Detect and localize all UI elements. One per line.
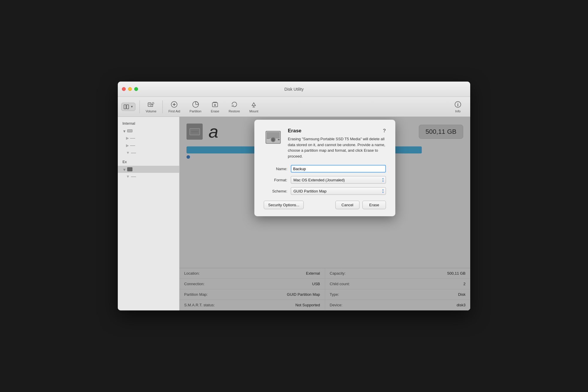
volume-button[interactable]: Volume [141,99,161,114]
close-button[interactable] [122,87,126,91]
erase-button[interactable]: Erase [362,201,386,209]
svg-rect-1 [127,105,129,109]
info-button[interactable]: Info [449,99,467,114]
format-row: Format: Mac OS Extended (Journaled) Mac … [264,176,386,184]
erase-toolbar-label: Erase [211,109,219,113]
toolbar-divider-1 [140,100,140,113]
toolbar: ▼ Volume First Aid [118,97,470,117]
name-label: Name: [264,167,287,171]
format-select-wrapper: Mac OS Extended (Journaled) Mac OS Exten… [291,176,386,184]
content-area: a 500,11 GB Location: External C [179,117,470,310]
erase-dialog: Erase ? Erasing "Samsung Portable SSD T5… [254,120,395,216]
format-select[interactable]: Mac OS Extended (Journaled) Mac OS Exten… [291,176,386,184]
restore-button[interactable]: Restore [224,99,245,114]
svg-rect-19 [127,130,132,132]
partition-icon [191,100,200,109]
view-icon [123,104,129,110]
disk-icon-0 [127,129,132,133]
title-bar: Disk Utility [118,82,470,97]
erase-icon [211,100,219,109]
main-content: Internal ▼ ▶ ── ▶ ── ▼ ── [118,117,470,310]
first-aid-button[interactable]: First Aid [164,99,185,114]
chevron-icon-0: ▼ [122,129,126,133]
scheme-select[interactable]: GUID Partition Map Master Boot Record Ap… [291,187,386,195]
name-input[interactable] [291,165,386,173]
external-disk-bar [127,167,132,171]
scheme-select-wrapper: GUID Partition Map Master Boot Record Ap… [291,187,386,195]
volume-icon [147,100,155,109]
window-title: Disk Utility [284,87,303,92]
modal-title: Erase ? [288,128,386,134]
modal-title-text: Erase [288,128,301,134]
format-label: Format: [264,178,287,182]
view-button[interactable]: ▼ [121,103,135,111]
svg-point-5 [152,102,154,104]
help-button[interactable]: ? [383,128,386,134]
partition-button[interactable]: Partition [185,99,206,114]
info-icon [454,100,462,109]
sidebar-external-label: Ex [118,159,179,166]
first-aid-icon [170,100,178,109]
sidebar-item-2[interactable]: ▶ ── [118,142,179,149]
scheme-row: Scheme: GUID Partition Map Master Boot R… [264,187,386,195]
minimize-button[interactable] [128,87,132,91]
volume-label: Volume [146,109,157,113]
modal-buttons-right: Cancel Erase [335,201,386,209]
mount-button[interactable]: Mount [245,99,263,114]
name-row: Name: [264,165,386,173]
scheme-label: Scheme: [264,189,287,193]
modal-buttons: Security Options... Cancel Erase [264,201,386,209]
sidebar-internal-label: Internal [118,120,179,127]
sidebar: Internal ▼ ▶ ── ▶ ── ▼ ── [118,117,179,310]
sidebar-item-1[interactable]: ▶ ── [118,134,179,142]
toolbar-divider-2 [162,100,163,113]
svg-point-28 [273,139,274,140]
maximize-button[interactable] [134,87,138,91]
sidebar-item-4[interactable]: ▼ [118,166,179,173]
svg-point-17 [458,103,458,103]
mount-label: Mount [249,109,258,113]
modal-overlay: Erase ? Erasing "Samsung Portable SSD T5… [179,117,470,310]
restore-icon [230,100,238,109]
modal-header: Erase ? Erasing "Samsung Portable SSD T5… [264,128,386,159]
modal-title-area: Erase ? Erasing "Samsung Portable SSD T5… [288,128,386,159]
sidebar-item-0[interactable]: ▼ [118,127,179,134]
svg-rect-0 [124,105,126,109]
erase-toolbar-button[interactable]: Erase [206,99,224,114]
hdd-icon [264,128,283,147]
chevron-icon-4: ▼ [122,168,126,171]
main-window: Disk Utility ▼ Volume [118,82,470,310]
first-aid-label: First Aid [169,109,180,113]
mount-icon [250,100,258,109]
sidebar-item-5[interactable]: ▼ ── [118,173,179,180]
sidebar-item-3[interactable]: ▼ ── [118,149,179,156]
security-options-button[interactable]: Security Options... [264,201,304,209]
restore-label: Restore [229,109,240,113]
modal-description: Erasing "Samsung Portable SSD T5 Media" … [288,136,386,159]
partition-label: Partition [189,109,201,113]
traffic-lights [122,87,138,91]
info-label: Info [455,109,461,113]
svg-rect-30 [278,139,280,140]
cancel-button[interactable]: Cancel [335,201,359,209]
